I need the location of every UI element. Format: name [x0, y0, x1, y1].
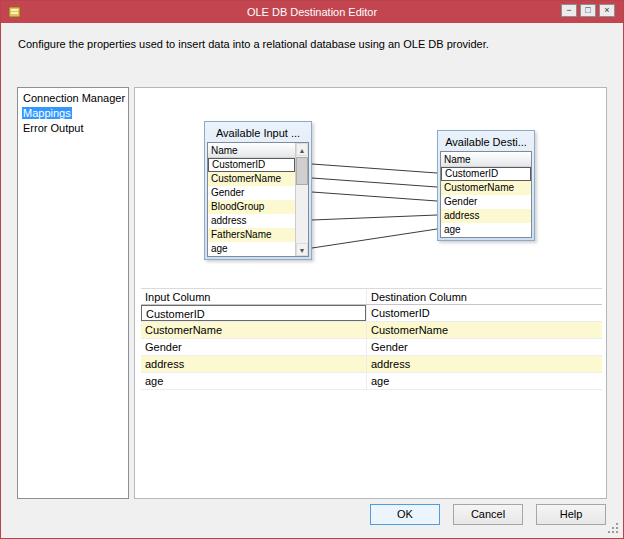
dest-columns-header: Name	[441, 152, 531, 167]
input-column-row[interactable]: FathersName	[208, 228, 295, 242]
table-row: Gender Gender	[141, 339, 602, 356]
input-column-row[interactable]: CustomerName	[208, 172, 295, 186]
dialog-description: Configure the properties used to insert …	[18, 38, 608, 50]
pages-list: Connection Manager Mappings Error Output	[17, 87, 129, 499]
sidebar-item-connection-manager[interactable]: Connection Manager	[18, 91, 128, 106]
dest-column-row[interactable]: Gender	[441, 195, 531, 209]
close-button[interactable]: ×	[599, 4, 615, 17]
destination-column-cell[interactable]: Gender	[366, 339, 602, 355]
table-row: CustomerID CustomerID	[141, 305, 602, 322]
input-columns-list: Name CustomerID CustomerName Gender Bloo…	[207, 142, 309, 257]
destination-column-header[interactable]: Destination Column	[366, 289, 602, 304]
title-bar: OLE DB Destination Editor − □ ×	[1, 1, 623, 23]
resize-grip[interactable]	[607, 522, 620, 535]
minimize-button[interactable]: −	[561, 4, 577, 17]
mapping-table-header: Input Column Destination Column	[141, 288, 602, 305]
window-title: OLE DB Destination Editor	[1, 1, 623, 23]
input-column-cell[interactable]: CustomerID	[141, 305, 366, 321]
input-column-cell[interactable]: age	[141, 373, 366, 389]
ok-button[interactable]: OK	[370, 504, 440, 525]
sidebar-item-mappings[interactable]: Mappings	[18, 106, 128, 121]
destination-column-cell[interactable]: age	[366, 373, 602, 389]
scroll-down-icon[interactable]: ▼	[296, 243, 308, 256]
input-columns-scrollbar[interactable]: ▲ ▼	[295, 143, 308, 256]
input-column-cell[interactable]: Gender	[141, 339, 366, 355]
dest-column-row[interactable]: age	[441, 223, 531, 237]
window-controls: − □ ×	[561, 4, 615, 17]
dest-column-row[interactable]: CustomerName	[441, 181, 531, 195]
sidebar-item-error-output[interactable]: Error Output	[18, 121, 128, 136]
input-column-cell[interactable]: CustomerName	[141, 322, 366, 338]
destination-column-cell[interactable]: address	[366, 356, 602, 372]
input-column-header[interactable]: Input Column	[141, 289, 366, 304]
input-column-row[interactable]: address	[208, 214, 295, 228]
dest-column-row[interactable]: address	[441, 209, 531, 223]
dest-box-title: Available Desti...	[440, 133, 532, 151]
available-input-columns-box: Available Input ... Name CustomerID Cust…	[204, 121, 312, 260]
input-box-title: Available Input ...	[207, 124, 309, 142]
destination-column-cell[interactable]: CustomerName	[366, 322, 602, 338]
ole-db-destination-editor-window: OLE DB Destination Editor − □ × Configur…	[0, 0, 624, 539]
input-column-row[interactable]: CustomerID	[208, 158, 295, 172]
table-row: age age	[141, 373, 602, 390]
scrollbar-thumb[interactable]	[296, 157, 308, 185]
cancel-button[interactable]: Cancel	[453, 504, 523, 525]
table-row: CustomerName CustomerName	[141, 322, 602, 339]
input-column-row[interactable]: age	[208, 242, 295, 256]
mapping-diagram: Available Input ... Name CustomerID Cust…	[135, 88, 606, 287]
input-column-row[interactable]: BloodGroup	[208, 200, 295, 214]
maximize-button[interactable]: □	[580, 4, 596, 17]
scroll-up-icon[interactable]: ▲	[296, 143, 308, 156]
mapping-table: Input Column Destination Column Customer…	[141, 288, 602, 390]
input-column-cell[interactable]: address	[141, 356, 366, 372]
destination-column-cell[interactable]: CustomerID	[366, 305, 602, 321]
table-row: address address	[141, 356, 602, 373]
destination-columns-list: Name CustomerID CustomerName Gender addr…	[440, 151, 532, 238]
input-columns-header: Name	[208, 143, 295, 158]
mappings-panel: Available Input ... Name CustomerID Cust…	[134, 87, 607, 499]
dest-column-row[interactable]: CustomerID	[441, 167, 531, 181]
available-destination-columns-box: Available Desti... Name CustomerID Custo…	[437, 130, 535, 241]
input-column-row[interactable]: Gender	[208, 186, 295, 200]
help-button[interactable]: Help	[536, 504, 606, 525]
